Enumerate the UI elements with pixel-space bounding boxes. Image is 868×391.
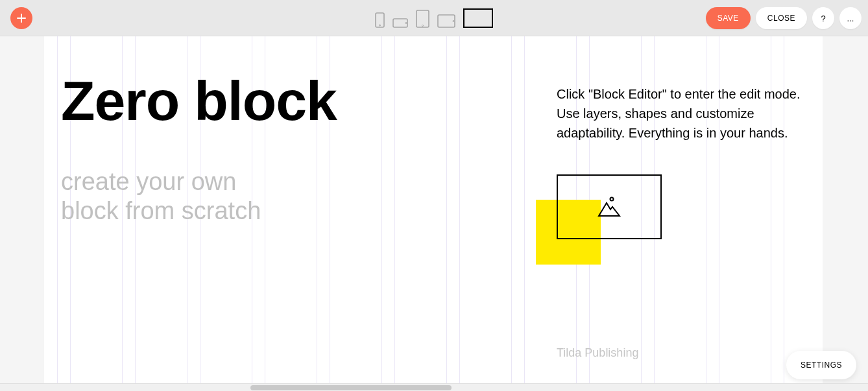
device-switcher (375, 8, 493, 28)
plus-icon (17, 14, 26, 23)
credit-text[interactable]: Tilda Publishing (557, 346, 638, 360)
device-tablet-landscape[interactable] (437, 14, 455, 28)
top-toolbar: SAVE CLOSE ? ... (0, 0, 868, 36)
device-desktop[interactable] (463, 8, 493, 28)
device-phone-portrait[interactable] (375, 12, 385, 28)
zero-block-canvas[interactable]: Zero block create your ownblock from scr… (44, 36, 823, 386)
device-tablet-portrait[interactable] (416, 10, 429, 28)
svg-point-7 (453, 20, 454, 21)
svg-point-3 (405, 22, 407, 23)
svg-rect-6 (438, 15, 455, 27)
canvas-area: Zero block create your ownblock from scr… (0, 36, 868, 391)
more-button[interactable]: ... (839, 7, 862, 29)
svg-point-9 (610, 198, 614, 201)
scrollbar-thumb[interactable] (250, 385, 452, 390)
block-subtitle[interactable]: create your ownblock from scratch (61, 167, 261, 226)
device-phone-landscape[interactable] (392, 18, 408, 28)
help-button[interactable]: ? (812, 7, 834, 29)
svg-rect-0 (376, 13, 384, 27)
block-title[interactable]: Zero block (61, 73, 337, 128)
toolbar-right-group: SAVE CLOSE ? ... (706, 7, 862, 29)
horizontal-scrollbar[interactable] (0, 383, 868, 391)
save-button[interactable]: SAVE (706, 7, 751, 29)
close-button[interactable]: CLOSE (756, 7, 807, 29)
mountain-icon (596, 194, 622, 220)
add-block-button[interactable] (10, 7, 32, 29)
image-placeholder[interactable] (557, 174, 662, 239)
settings-button[interactable]: SETTINGS (786, 351, 856, 379)
block-description[interactable]: Click "Block Editor" to enter the edit m… (557, 84, 803, 143)
svg-point-1 (380, 25, 381, 26)
svg-point-5 (422, 25, 424, 26)
svg-rect-8 (464, 9, 492, 27)
